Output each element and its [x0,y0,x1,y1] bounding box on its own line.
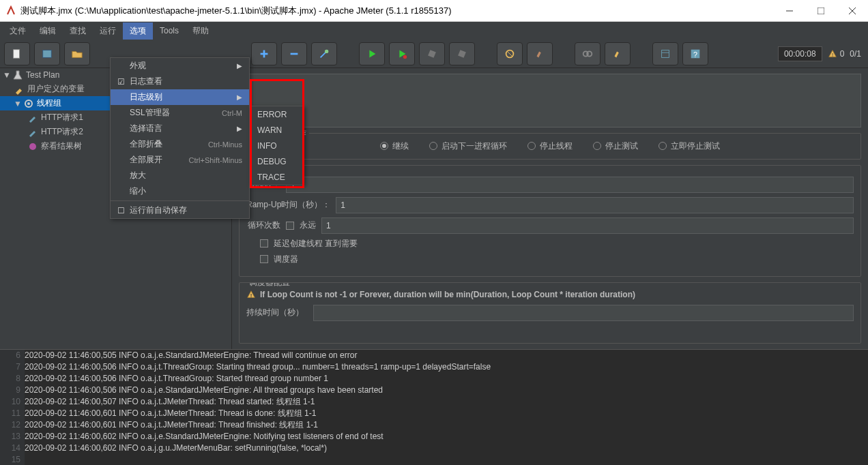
svg-point-22 [27,102,30,105]
gear-icon [23,98,34,109]
clear-all-button[interactable] [527,42,553,65]
svg-text:!: ! [832,51,833,57]
menu-search[interactable]: 查找 [63,22,93,40]
radio-stop-thread[interactable]: 停止线程 [527,140,573,152]
svg-rect-16 [662,50,669,57]
option-log-viewer[interactable]: ☑日志查看 [111,74,249,89]
loop-count-note: ! If Loop Count is not -1 or Forever, du… [246,290,854,299]
svg-rect-4 [14,49,20,58]
svg-text:?: ? [693,50,697,58]
option-save-before-run[interactable]: ☐运行前自动保存 [111,202,249,218]
svg-rect-11 [428,50,436,58]
scope-icon [27,141,38,152]
log-pane: 6789101112131415 2020-09-02 11:46:00,505… [0,349,868,465]
forever-checkbox[interactable] [286,222,294,230]
help-button[interactable]: ? [682,42,708,65]
warning-counter[interactable]: ! 0 [828,49,845,59]
option-expand-all[interactable]: 全部展开Ctrl+Shift-Minus [111,152,249,168]
threads-input[interactable] [286,177,854,193]
menu-edit[interactable]: 编辑 [33,22,63,40]
option-choose-language[interactable]: 选择语言▶ [111,121,249,136]
templates-button[interactable] [34,42,60,65]
loop-label: 循环次数 [246,220,280,231]
editor-pane: 后要执行的动作 继续 启动下一进程循环 停止线程 停止测试 立即停止测试 程属性… [232,68,868,349]
svg-point-9 [325,49,328,52]
tree-toggle-icon[interactable]: ▼ [14,99,20,108]
svg-text:!: ! [250,292,252,298]
tree-toggle-icon[interactable]: ▼ [3,70,10,80]
add-button[interactable] [251,42,277,65]
radio-stop-now[interactable]: 立即停止测试 [659,140,720,152]
menu-options[interactable]: 选项 [123,22,153,40]
flask-icon [12,70,23,80]
log-level-trace[interactable]: TRACE [250,169,304,185]
option-collapse-all[interactable]: 全部折叠Ctrl-Minus [111,136,249,152]
function-helper-button[interactable] [652,42,678,65]
menu-tools[interactable]: Tools [153,23,186,38]
search-button[interactable] [575,42,601,65]
start-button[interactable] [359,42,385,65]
open-button[interactable] [64,42,90,65]
option-log-level[interactable]: 日志级别▶ [111,89,249,105]
radio-stop-test[interactable]: 停止测试 [593,140,638,152]
option-zoom-out[interactable]: 缩小 [111,183,249,199]
option-ssl-manager[interactable]: SSL管理器Ctrl-M [111,105,249,121]
wrench-icon [14,84,25,95]
pipette-icon [27,127,38,138]
maximize-button[interactable] [805,0,837,22]
options-dropdown: 外观▶ ☑日志查看 日志级别▶ SSL管理器Ctrl-M 选择语言▶ 全部折叠C… [110,57,250,219]
remove-button[interactable] [281,42,307,65]
titlebar: 测试脚本.jmx (C:\Mu\application\test\apache-… [0,0,868,22]
warning-icon: ! [828,49,837,59]
rampup-input[interactable] [336,197,854,213]
menu-file[interactable]: 文件 [3,22,33,40]
log-level-warn[interactable]: WARN [250,122,304,138]
svg-rect-5 [43,50,52,57]
duration-input[interactable] [313,305,854,321]
radio-continue[interactable]: 继续 [380,140,409,152]
app-icon [5,5,16,16]
window-title: 测试脚本.jmx (C:\Mu\application\test\apache-… [20,5,451,17]
log-level-debug[interactable]: DEBUG [250,153,304,169]
minimize-button[interactable] [774,0,805,22]
rampup-label: Ramp-Up时间（秒）： [246,199,330,211]
warning-icon: ! [246,290,256,299]
log-gutter: 6789101112131415 [0,350,25,465]
menubar: 文件 编辑 查找 运行 选项 Tools 帮助 [0,22,868,40]
sampler-error-fieldset: 后要执行的动作 继续 启动下一进程循环 停止线程 停止测试 立即停止测试 [239,133,861,160]
name-field[interactable] [239,74,861,127]
menu-help[interactable]: 帮助 [186,22,216,40]
svg-rect-12 [458,50,466,58]
scheduler-checkbox[interactable] [260,255,268,263]
option-look-and-feel[interactable]: 外观▶ [111,58,249,74]
duration-label: 持续时间（秒） [246,307,308,318]
start-no-timers-button[interactable] [389,42,415,65]
radio-start-next[interactable]: 启动下一进程循环 [429,140,507,152]
thread-props-fieldset: 程属性 线程数： Ramp-Up时间（秒）： 循环次数 永远 延迟创建线程 直到… [239,165,861,277]
stop-button[interactable] [419,42,445,65]
delay-checkbox[interactable] [260,239,268,247]
toggle-button[interactable] [311,42,337,65]
log-level-error[interactable]: ERROR [250,106,304,122]
close-button[interactable] [837,0,868,22]
reset-search-button[interactable] [605,42,631,65]
log-content[interactable]: 2020-09-02 11:46:00,505 INFO o.a.j.e.Sta… [25,350,868,465]
option-zoom-in[interactable]: 放大 [111,168,249,183]
scheduler-config-fieldset: 调度器配置 ! If Loop Count is not -1 or Forev… [239,282,861,344]
new-button[interactable] [4,42,30,65]
log-level-dropdown: ERROR WARN INFO DEBUG TRACE [250,106,304,185]
menu-run[interactable]: 运行 [93,22,123,40]
loop-input[interactable] [321,217,854,234]
svg-point-10 [403,55,407,58]
svg-rect-1 [818,7,824,14]
pipette-icon [27,112,38,123]
thread-counter: 0/1 [850,49,861,59]
shutdown-button[interactable] [449,42,475,65]
clear-button[interactable] [497,42,523,65]
log-level-info[interactable]: INFO [250,138,304,153]
elapsed-timer: 00:00:08 [778,46,822,61]
svg-point-23 [29,143,36,150]
